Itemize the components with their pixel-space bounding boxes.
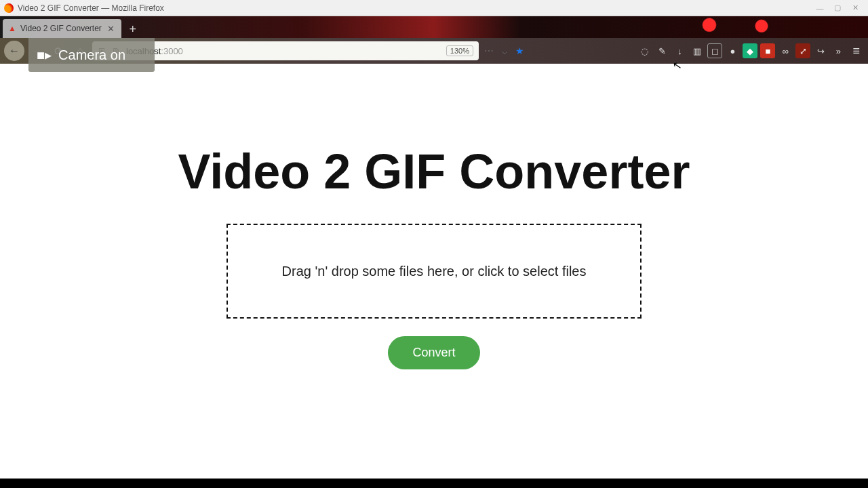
navigation-toolbar: ■▸ Camera on ← → ⟳ ⌂ ⛨ 🗎 localhost:3000 … [0,38,868,64]
ext-icon-infinity[interactable]: ∞ [778,43,793,58]
page-actions-icon[interactable]: ⋯ [481,45,496,56]
library-icon[interactable]: ▥ [690,43,705,58]
camera-icon: ■▸ [37,47,52,63]
ext-icon-expand[interactable]: ⤢ [795,43,810,58]
extensions-area: ◌ ✎ ↓ ▥ ◻ ● ◆ ■ ∞ ⤢ ↪ » ≡ [637,43,864,58]
camera-status-overlay: ■▸ Camera on [28,38,155,72]
ext-icon-red[interactable]: ■ [760,43,775,58]
convert-button[interactable]: Convert [388,336,479,369]
window-maximize-button[interactable]: ▢ [829,2,846,14]
camera-status-label: Camera on [58,47,125,63]
ext-icon-avatar[interactable]: ● [725,43,740,58]
tab-strip: ▲ Video 2 GIF Converter ✕ + [0,16,868,38]
back-button[interactable]: ← [4,41,24,61]
pocket-icon[interactable]: ⌵ [499,45,510,56]
page-title: Video 2 GIF Converter [178,144,690,199]
ext-icon-teal[interactable]: ◆ [743,43,757,58]
tab-favicon-warning-icon: ▲ [8,24,16,33]
window-close-button[interactable]: ✕ [846,2,864,14]
file-dropzone[interactable]: Drag 'n' drop some files here, or click … [226,224,642,319]
tab-title: Video 2 GIF Converter [20,24,102,33]
app-menu-button[interactable]: ≡ [848,44,864,58]
firefox-icon [4,3,14,13]
ext-icon-2[interactable]: ✎ [654,43,669,58]
window-title: Video 2 GIF Converter — Mozilla Firefox [18,3,164,13]
window-minimize-button[interactable]: — [811,2,829,14]
window-titlebar: Video 2 GIF Converter — Mozilla Firefox … [0,0,868,16]
url-port: :3000 [161,46,183,56]
dropzone-instructions: Drag 'n' drop some files here, or click … [282,264,587,279]
zoom-indicator[interactable]: 130% [446,45,473,56]
sidebar-icon[interactable]: ◻ [707,43,722,58]
ext-icon-1[interactable]: ◌ [637,43,652,58]
video-bottom-bar [0,479,868,488]
downloads-icon[interactable]: ↓ [672,43,687,58]
tab-close-button[interactable]: ✕ [106,24,116,34]
page-content: Video 2 GIF Converter Drag 'n' drop some… [0,64,868,479]
new-tab-button[interactable]: + [124,20,142,38]
ext-icon-arrow[interactable]: ↪ [813,43,828,58]
tab-active[interactable]: ▲ Video 2 GIF Converter ✕ [3,19,121,38]
overflow-icon[interactable]: » [831,43,846,58]
bookmark-star-icon[interactable]: ★ [513,45,527,56]
